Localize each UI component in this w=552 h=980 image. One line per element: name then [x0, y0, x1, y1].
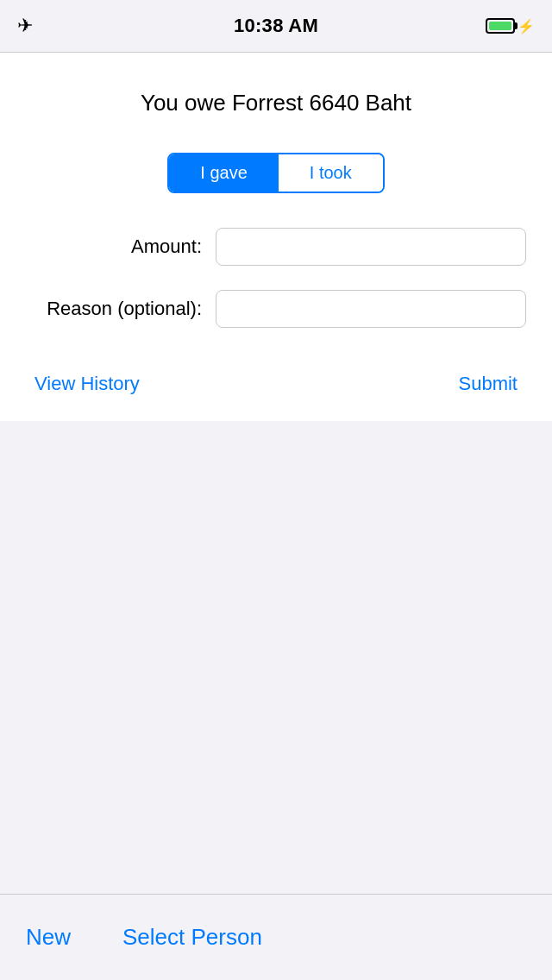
battery-fill: [489, 22, 511, 30]
i-gave-button[interactable]: I gave: [169, 154, 278, 192]
reason-row: Reason (optional):: [26, 290, 526, 328]
amount-row: Amount:: [26, 228, 526, 266]
select-person-button[interactable]: Select Person: [122, 924, 262, 951]
amount-input[interactable]: [216, 228, 526, 266]
submit-button[interactable]: Submit: [459, 373, 518, 395]
i-took-button[interactable]: I took: [279, 154, 383, 192]
status-bar-left: ✈: [17, 15, 33, 37]
airplane-icon: ✈: [17, 15, 33, 37]
battery-icon: [486, 18, 515, 34]
toggle-group: I gave I took: [167, 153, 384, 193]
toggle-container: I gave I took: [26, 153, 526, 193]
amount-label: Amount:: [26, 236, 216, 258]
main-content: You owe Forrest 6640 Baht I gave I took …: [0, 53, 552, 421]
reason-label: Reason (optional):: [26, 298, 216, 320]
summary-text: You owe Forrest 6640 Baht: [26, 87, 526, 118]
view-history-button[interactable]: View History: [34, 373, 140, 395]
new-tab-button[interactable]: New: [26, 924, 71, 951]
bolt-icon: ⚡: [518, 18, 535, 35]
status-time: 10:38 AM: [234, 15, 318, 37]
status-bar: ✈ 10:38 AM ⚡: [0, 0, 552, 52]
status-bar-right: ⚡: [486, 18, 535, 35]
actions-row: View History Submit: [26, 352, 526, 395]
battery-container: ⚡: [486, 18, 535, 35]
tab-bar: New Select Person: [0, 894, 552, 980]
reason-input[interactable]: [216, 290, 526, 328]
